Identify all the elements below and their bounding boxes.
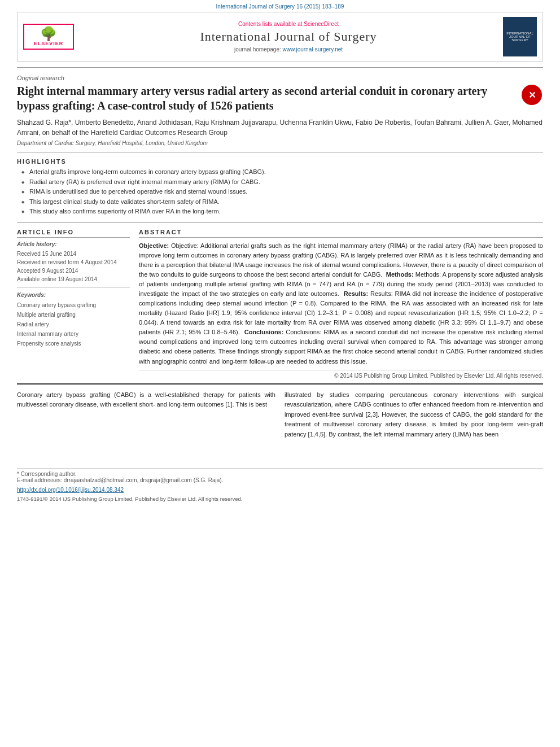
abstract-copyright: © 2014 IJS Publishing Group Limited. Pub… (139, 370, 543, 379)
keywords-label: Keywords: (17, 292, 130, 298)
authors-list: Shahzad G. Raja*, Umberto Benedetto, Ana… (17, 117, 543, 138)
journal-header-box: 🌳 ELSEVIER Contents lists available at S… (17, 12, 543, 62)
crossmark-icon[interactable]: ✕ (522, 85, 542, 105)
article-info-column: ARTICLE INFO Article history: Received 1… (17, 229, 130, 379)
highlight-item-3: RIMA is underutilised due to perceived o… (23, 187, 543, 197)
abstract-column: ABSTRACT Objective: Objective: Additiona… (139, 229, 543, 379)
abstract-text: Objective: Objective: Additional arteria… (139, 241, 543, 366)
journal-thumbnail: INTERNATIONAL JOURNAL OF SURGERY (503, 17, 537, 56)
highlights-list: Arterial grafts improve long-term outcom… (23, 167, 543, 217)
journal-main-title: International Journal of Surgery (80, 29, 497, 44)
article-history-block: Article history: Received 15 June 2014 R… (17, 241, 130, 283)
body-right-text: illustrated by studies comparing percuta… (285, 390, 543, 440)
footnotes-section: * Corresponding author. E-mail addresses… (17, 468, 543, 483)
sciencedirect-label[interactable]: ScienceDirect (304, 21, 339, 27)
keyword-5: Propensity score analysis (17, 339, 130, 348)
keyword-3: Radial artery (17, 320, 130, 329)
elsevier-tree-icon: 🌳 (27, 27, 71, 41)
journal-homepage-line: journal homepage: www.journal-surgery.ne… (80, 46, 497, 53)
journal-center-info: Contents lists available at ScienceDirec… (80, 21, 497, 53)
journal-citation-header: International Journal of Surgery 16 (201… (0, 0, 560, 12)
journal-homepage-link[interactable]: www.journal-surgery.net (283, 46, 343, 53)
elsevier-logo: 🌳 ELSEVIER (23, 24, 74, 50)
journal-citation-text: International Journal of Surgery 16 (201… (216, 3, 344, 10)
body-left-text: Coronary artery bypass grafting (CABG) i… (17, 390, 275, 410)
elsevier-logo-label: ELSEVIER (27, 41, 71, 46)
body-left-col: Coronary artery bypass grafting (CABG) i… (17, 390, 275, 440)
article-info-header: ARTICLE INFO (17, 229, 130, 238)
crossmark: ✕ (520, 84, 543, 106)
highlight-item-2: Radial artery (RA) is preferred over rig… (23, 177, 543, 187)
body-right-col: illustrated by studies comparing percuta… (285, 390, 543, 440)
article-info-abstract-section: ARTICLE INFO Article history: Received 1… (17, 229, 543, 379)
issn-line: 1743-9191/© 2014 IJS Publishing Group Li… (17, 496, 543, 502)
abstract-header: ABSTRACT (139, 229, 543, 238)
highlight-item-4: This largest clinical study to date vali… (23, 197, 543, 207)
keywords-block: Keywords: Coronary artery bypass graftin… (17, 292, 130, 348)
article-title: Right internal mammary artery versus rad… (17, 84, 515, 113)
highlight-item-5: This study also confirms superiority of … (23, 207, 543, 217)
keyword-1: Coronary artery bypass grafting (17, 300, 130, 310)
available-date: Available online 19 August 2014 (17, 275, 130, 283)
article-type-label: Original research (17, 75, 543, 81)
accepted-date: Accepted 9 August 2014 (17, 267, 130, 275)
keyword-2: Multiple arterial grafting (17, 310, 130, 320)
article-title-section: Right internal mammary artery versus rad… (17, 84, 543, 113)
corresponding-author: * Corresponding author. (17, 471, 543, 477)
highlight-item-1: Arterial grafts improve long-term outcom… (23, 167, 543, 177)
received-date: Received 15 June 2014 (17, 250, 130, 258)
email-addresses: E-mail addresses: drrajaashalzad@hotmail… (17, 477, 543, 483)
affiliation: Department of Cardiac Surgery, Harefield… (17, 140, 543, 146)
keyword-4: Internal mammary artery (17, 329, 130, 339)
keywords-list: Coronary artery bypass grafting Multiple… (17, 300, 130, 348)
doi-link[interactable]: http://dx.doi.org/10.1016/j.ijsu.2014.08… (17, 487, 124, 493)
revised-date: Received in revised form 4 August 2014 (17, 258, 130, 267)
history-label: Article history: (17, 241, 130, 247)
doi-section: http://dx.doi.org/10.1016/j.ijsu.2014.08… (17, 486, 543, 493)
sciencedirect-line: Contents lists available at ScienceDirec… (80, 21, 497, 27)
highlights-header: HIGHLIGHTS (17, 158, 543, 165)
body-section: Coronary artery bypass grafting (CABG) i… (17, 390, 543, 440)
